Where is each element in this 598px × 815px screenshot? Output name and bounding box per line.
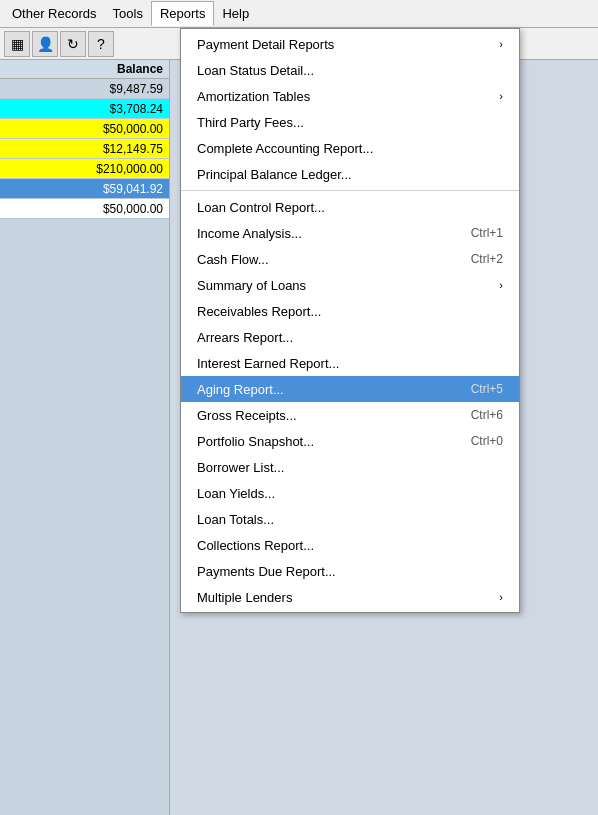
menu-item-label: Payment Detail Reports [197, 37, 491, 52]
menubar-item-tools[interactable]: Tools [105, 2, 151, 25]
menu-item-label: Loan Yields... [197, 486, 503, 501]
menu-item-label: Summary of Loans [197, 278, 491, 293]
table-row[interactable]: $12,149.75 [0, 139, 169, 159]
table-row[interactable]: $3,708.24 [0, 99, 169, 119]
table-area: Balance $9,487.59 $3,708.24 $50,000.00 $… [0, 60, 170, 815]
grid-icon[interactable]: ▦ [4, 31, 30, 57]
menu-item-third-party-fees-[interactable]: Third Party Fees... [181, 109, 519, 135]
menu-item-receivables-report-[interactable]: Receivables Report... [181, 298, 519, 324]
submenu-arrow-icon: › [499, 279, 503, 291]
menu-item-label: Loan Status Detail... [197, 63, 503, 78]
menu-item-interest-earned-report-[interactable]: Interest Earned Report... [181, 350, 519, 376]
dropdown-menu: Payment Detail Reports›Loan Status Detai… [180, 28, 520, 613]
menu-item-label: Amortization Tables [197, 89, 491, 104]
menu-item-gross-receipts-[interactable]: Gross Receipts...Ctrl+6 [181, 402, 519, 428]
menu-item-loan-control-report-[interactable]: Loan Control Report... [181, 194, 519, 220]
menubar: Other Records Tools Reports Help [0, 0, 598, 28]
table-row[interactable]: $50,000.00 [0, 199, 169, 219]
menu-item-loan-totals-[interactable]: Loan Totals... [181, 506, 519, 532]
menu-item-loan-yields-[interactable]: Loan Yields... [181, 480, 519, 506]
menu-item-complete-accounting-report-[interactable]: Complete Accounting Report... [181, 135, 519, 161]
menu-item-label: Payments Due Report... [197, 564, 503, 579]
menu-item-shortcut: Ctrl+5 [471, 382, 503, 396]
menu-separator [181, 190, 519, 191]
menubar-item-reports[interactable]: Reports [151, 1, 215, 26]
table-row[interactable]: $9,487.59 [0, 79, 169, 99]
table-row[interactable]: $210,000.00 [0, 159, 169, 179]
menu-item-label: Arrears Report... [197, 330, 503, 345]
menu-item-amortization-tables[interactable]: Amortization Tables› [181, 83, 519, 109]
menu-item-shortcut: Ctrl+6 [471, 408, 503, 422]
table-row[interactable]: $59,041.92 [0, 179, 169, 199]
help-icon[interactable]: ? [88, 31, 114, 57]
menu-item-portfolio-snapshot-[interactable]: Portfolio Snapshot...Ctrl+0 [181, 428, 519, 454]
menu-item-shortcut: Ctrl+2 [471, 252, 503, 266]
menubar-item-other-records[interactable]: Other Records [4, 2, 105, 25]
menu-item-aging-report-[interactable]: Aging Report...Ctrl+5 [181, 376, 519, 402]
menu-item-loan-status-detail-[interactable]: Loan Status Detail... [181, 57, 519, 83]
menu-item-label: Principal Balance Ledger... [197, 167, 503, 182]
menu-item-label: Collections Report... [197, 538, 503, 553]
menu-item-payment-detail-reports[interactable]: Payment Detail Reports› [181, 31, 519, 57]
menu-item-label: Cash Flow... [197, 252, 431, 267]
menu-item-label: Loan Control Report... [197, 200, 503, 215]
main-area: Balance $9,487.59 $3,708.24 $50,000.00 $… [0, 60, 598, 815]
menu-item-income-analysis-[interactable]: Income Analysis...Ctrl+1 [181, 220, 519, 246]
menu-item-label: Interest Earned Report... [197, 356, 503, 371]
menu-item-principal-balance-ledger-[interactable]: Principal Balance Ledger... [181, 161, 519, 187]
menu-item-label: Aging Report... [197, 382, 431, 397]
menu-item-label: Portfolio Snapshot... [197, 434, 431, 449]
menu-item-shortcut: Ctrl+1 [471, 226, 503, 240]
submenu-arrow-icon: › [499, 90, 503, 102]
table-header: Balance [0, 60, 169, 79]
menu-item-label: Multiple Lenders [197, 590, 491, 605]
menu-item-arrears-report-[interactable]: Arrears Report... [181, 324, 519, 350]
menu-item-payments-due-report-[interactable]: Payments Due Report... [181, 558, 519, 584]
menu-item-label: Borrower List... [197, 460, 503, 475]
menu-item-label: Receivables Report... [197, 304, 503, 319]
menu-item-summary-of-loans[interactable]: Summary of Loans› [181, 272, 519, 298]
menu-item-cash-flow-[interactable]: Cash Flow...Ctrl+2 [181, 246, 519, 272]
refresh-icon[interactable]: ↻ [60, 31, 86, 57]
menu-item-label: Gross Receipts... [197, 408, 431, 423]
menu-item-label: Income Analysis... [197, 226, 431, 241]
menu-item-label: Loan Totals... [197, 512, 503, 527]
menu-item-label: Complete Accounting Report... [197, 141, 503, 156]
submenu-arrow-icon: › [499, 38, 503, 50]
table-row[interactable]: $50,000.00 [0, 119, 169, 139]
submenu-arrow-icon: › [499, 591, 503, 603]
menu-item-label: Third Party Fees... [197, 115, 503, 130]
menubar-item-help[interactable]: Help [214, 2, 257, 25]
menu-item-shortcut: Ctrl+0 [471, 434, 503, 448]
menu-item-borrower-list-[interactable]: Borrower List... [181, 454, 519, 480]
user-icon[interactable]: 👤 [32, 31, 58, 57]
menu-item-collections-report-[interactable]: Collections Report... [181, 532, 519, 558]
menu-item-multiple-lenders[interactable]: Multiple Lenders› [181, 584, 519, 610]
